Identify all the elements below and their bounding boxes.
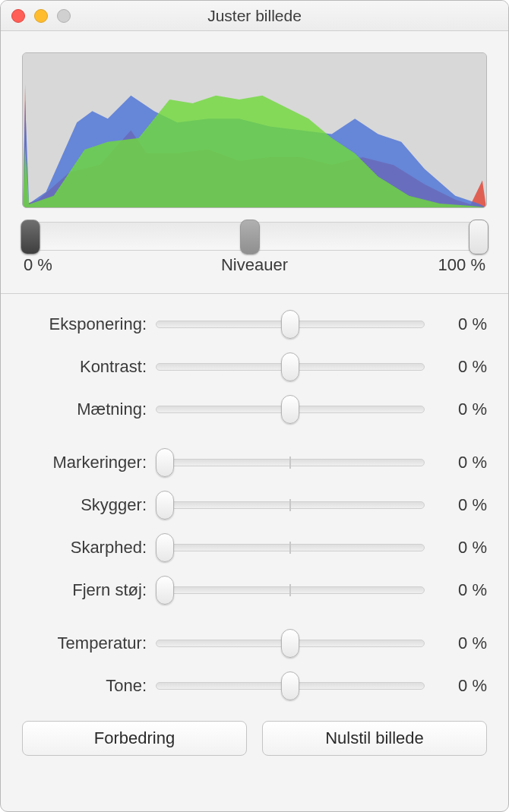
content: 0 % Niveauer 100 % Eksponering:0 %Kontra…	[1, 31, 508, 774]
titlebar: Juster billede	[1, 1, 508, 31]
slider-row-skarphed: Skarphed:0 %	[22, 534, 487, 561]
levels-handle-mid[interactable]	[240, 220, 260, 254]
slider-row-tone: Tone:0 %	[22, 672, 487, 700]
slider-track-fjern_stoj[interactable]	[156, 586, 425, 594]
enhance-button[interactable]: Forbedring	[22, 721, 247, 756]
slider-track-eksponering[interactable]	[156, 321, 425, 328]
slider-handle-tone[interactable]	[281, 671, 299, 700]
slider-row-kontrast: Kontrast:0 %	[22, 353, 487, 381]
slider-value-skarphed: 0 %	[434, 538, 487, 558]
slider-track-tone[interactable]	[156, 682, 425, 690]
levels-track[interactable]	[25, 222, 484, 251]
slider-value-skygger: 0 %	[434, 495, 487, 515]
slider-row-markeringer: Markeringer:0 %	[22, 449, 487, 476]
slider-track-skarphed[interactable]	[156, 544, 425, 551]
slider-value-temperatur: 0 %	[434, 633, 487, 653]
levels-center-label: Niveauer	[84, 255, 425, 275]
slider-track-kontrast[interactable]	[156, 363, 425, 371]
slider-handle-maetning[interactable]	[281, 395, 299, 424]
slider-handle-skygger[interactable]	[156, 491, 174, 520]
slider-track-skygger[interactable]	[156, 501, 425, 509]
slider-track-markeringer[interactable]	[156, 459, 425, 466]
slider-handle-skarphed[interactable]	[156, 533, 174, 562]
slider-label-skygger: Skygger:	[22, 495, 147, 515]
slider-row-maetning: Mætning:0 %	[22, 396, 487, 423]
histogram	[22, 52, 487, 208]
slider-handle-temperatur[interactable]	[281, 629, 299, 658]
slider-label-eksponering: Eksponering:	[22, 314, 147, 334]
group-gap	[22, 619, 487, 630]
slider-row-fjern_stoj: Fjern støj:0 %	[22, 577, 487, 604]
adjust-image-window: Juster billede 0 % Niv	[0, 0, 509, 812]
slider-handle-fjern_stoj[interactable]	[156, 576, 174, 605]
slider-label-tone: Tone:	[22, 676, 147, 696]
slider-value-tone: 0 %	[434, 676, 487, 696]
slider-value-maetning: 0 %	[434, 400, 487, 419]
slider-value-eksponering: 0 %	[434, 314, 487, 334]
histogram-section: 0 % Niveauer 100 %	[22, 52, 487, 275]
buttons-row: Forbedring Nulstil billede	[22, 721, 487, 756]
maximize-icon	[57, 9, 71, 23]
slider-handle-kontrast[interactable]	[281, 352, 299, 381]
slider-value-markeringer: 0 %	[434, 453, 487, 472]
slider-handle-eksponering[interactable]	[281, 310, 299, 339]
slider-label-maetning: Mætning:	[22, 400, 147, 419]
slider-label-markeringer: Markeringer:	[22, 453, 147, 472]
levels-max-label: 100 %	[425, 255, 485, 275]
slider-track-maetning[interactable]	[156, 406, 425, 413]
window-title: Juster billede	[1, 7, 508, 25]
slider-value-kontrast: 0 %	[434, 357, 487, 377]
slider-row-eksponering: Eksponering:0 %	[22, 311, 487, 338]
minimize-icon[interactable]	[34, 9, 48, 23]
slider-label-temperatur: Temperatur:	[22, 633, 147, 653]
slider-label-skarphed: Skarphed:	[22, 538, 147, 558]
slider-value-fjern_stoj: 0 %	[434, 580, 487, 600]
levels-handle-white[interactable]	[469, 220, 488, 254]
slider-handle-markeringer[interactable]	[156, 448, 174, 477]
traffic-lights	[1, 9, 71, 23]
close-icon[interactable]	[11, 9, 25, 23]
levels-slider: 0 % Niveauer 100 %	[22, 222, 487, 275]
slider-track-temperatur[interactable]	[156, 640, 425, 647]
levels-handle-black[interactable]	[21, 220, 40, 254]
slider-label-kontrast: Kontrast:	[22, 357, 147, 377]
sliders-container: Eksponering:0 %Kontrast:0 %Mætning:0 %Ma…	[22, 294, 487, 700]
reset-button[interactable]: Nulstil billede	[262, 721, 487, 756]
group-gap	[22, 438, 487, 449]
levels-labels: 0 % Niveauer 100 %	[22, 255, 487, 275]
slider-label-fjern_stoj: Fjern støj:	[22, 580, 147, 600]
slider-row-skygger: Skygger:0 %	[22, 491, 487, 519]
slider-row-temperatur: Temperatur:0 %	[22, 630, 487, 657]
levels-min-label: 0 %	[24, 255, 84, 275]
